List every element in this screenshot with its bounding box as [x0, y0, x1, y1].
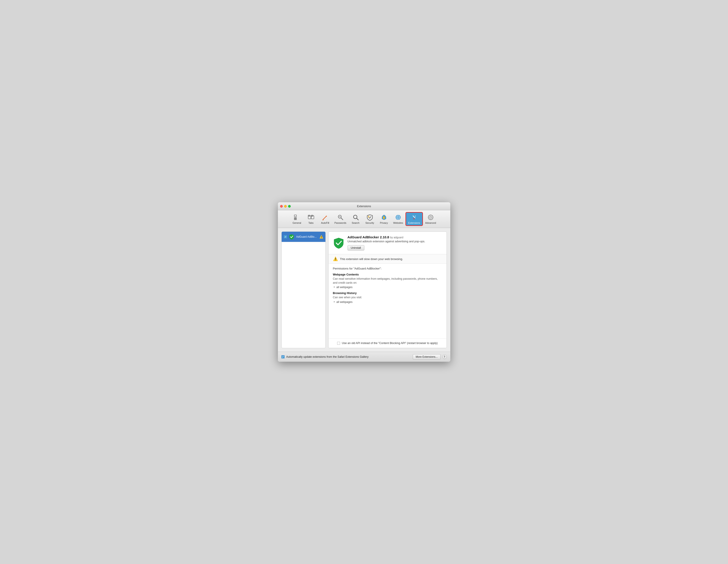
extension-name: AdGuard AdBlo... [296, 235, 318, 238]
advanced-icon [427, 214, 434, 221]
svg-line-44 [429, 218, 429, 219]
detail-header: AdGuard AdBlocker 2.10.8 by adguard Unma… [329, 232, 447, 254]
privacy-label: Privacy [380, 222, 388, 224]
search-label: Search [352, 222, 359, 224]
adguard-extension-icon [289, 234, 294, 240]
extensions-label: Extensions [408, 222, 420, 224]
permission-group-history: Browsing History Can see when you visit:… [333, 291, 442, 304]
permissions-heading: Permissions for "AdGuard AdBlocker": [333, 267, 442, 270]
toolbar-item-extensions[interactable]: Extensions [405, 212, 423, 226]
svg-text:✋: ✋ [382, 216, 386, 219]
uninstall-button[interactable]: Uninstall [348, 245, 364, 250]
passwords-label: Passwords [334, 222, 346, 224]
sidebar-warning-icon: ⚠️ [319, 235, 323, 239]
extension-enable-checkbox[interactable]: ✓ [284, 235, 287, 238]
more-extensions-button[interactable]: More Extensions... [413, 354, 440, 359]
traffic-lights [280, 205, 291, 208]
toolbar-item-tabs[interactable]: Tabs [304, 213, 318, 225]
browsing-history-desc: Can see when you visit: [333, 296, 442, 300]
svg-rect-0 [294, 215, 296, 217]
toolbar-item-search[interactable]: Search [349, 213, 363, 225]
svg-line-43 [432, 216, 432, 216]
websites-icon [395, 214, 402, 221]
svg-line-42 [432, 218, 432, 219]
warning-triangle-icon: ⚠️ [333, 256, 338, 261]
passwords-icon [337, 214, 344, 221]
toolbar-item-general[interactable]: General [290, 213, 304, 225]
svg-point-36 [430, 216, 432, 218]
extension-author: by adguard [390, 236, 403, 239]
security-icon [366, 214, 373, 221]
toolbar-item-advanced[interactable]: Advanced [423, 213, 438, 225]
svg-rect-1 [294, 218, 295, 218]
auto-update-label: Automatically update extensions from the… [286, 355, 411, 358]
warning-bar: ⚠️ This extension will slow down your we… [329, 254, 447, 264]
preferences-window: Extensions General [278, 202, 450, 362]
help-button[interactable]: ? [442, 355, 447, 359]
svg-point-14 [339, 216, 340, 217]
bottom-bar: ✓ Automatically update extensions from t… [278, 352, 450, 362]
svg-line-19 [370, 216, 371, 218]
extension-large-icon [333, 237, 344, 249]
permission-group-webpage: Webpage Contents Can read sensitive info… [333, 273, 442, 289]
advanced-label: Advanced [425, 222, 436, 224]
maximize-button[interactable] [288, 205, 291, 208]
extension-description: Unmatched adblock extension against adve… [348, 240, 442, 243]
extensions-sidebar: ✓ AdGuard AdBlo... ⚠️ [281, 231, 326, 348]
warning-message: This extension will slow down your web b… [340, 257, 403, 261]
titlebar: Extensions [278, 202, 450, 210]
main-content: ✓ AdGuard AdBlo... ⚠️ [278, 228, 450, 352]
browsing-history-item: all webpages [333, 300, 442, 304]
window-title: Extensions [357, 205, 371, 208]
autofill-label: AutoFill [321, 222, 329, 224]
svg-line-13 [341, 218, 343, 220]
search-icon [352, 214, 359, 221]
tabs-icon [308, 214, 315, 221]
tabs-label: Tabs [308, 222, 313, 224]
autofill-icon [322, 214, 329, 221]
webpage-contents-heading: Webpage Contents [333, 273, 442, 276]
extensions-icon [411, 214, 418, 221]
general-label: General [292, 222, 301, 224]
general-icon [293, 214, 300, 221]
svg-rect-3 [294, 219, 295, 220]
security-label: Security [365, 222, 374, 224]
auto-update-checkmark: ✓ [282, 356, 284, 358]
checkmark-icon: ✓ [285, 236, 286, 238]
websites-label: Websites [393, 222, 403, 224]
webpage-contents-item: all webpages [333, 286, 442, 289]
sidebar-item-adguard[interactable]: ✓ AdGuard AdBlo... ⚠️ [282, 232, 325, 242]
toolbar-item-websites[interactable]: Websites [391, 213, 405, 225]
old-api-label: Use an old API instead of the "Content B… [342, 341, 438, 345]
extension-name-text: AdGuard AdBlocker 2.10.8 [348, 235, 390, 239]
old-api-section: Use an old API instead of the "Content B… [329, 339, 447, 348]
webpage-contents-desc: Can read sensitive information from webp… [333, 277, 442, 285]
svg-rect-4 [296, 219, 296, 220]
toolbar-item-privacy[interactable]: ✋ Privacy [377, 213, 391, 225]
svg-point-15 [340, 216, 340, 217]
auto-update-checkbox[interactable]: ✓ [281, 355, 285, 358]
svg-line-9 [323, 216, 326, 220]
old-api-checkbox[interactable] [337, 342, 340, 345]
permissions-section: Permissions for "AdGuard AdBlocker": Web… [329, 264, 447, 339]
toolbar: General Tabs Au [278, 210, 450, 228]
detail-title-area: AdGuard AdBlocker 2.10.8 by adguard Unma… [348, 235, 442, 250]
privacy-icon: ✋ [380, 214, 388, 221]
svg-line-41 [429, 216, 429, 216]
close-button[interactable] [280, 205, 283, 208]
toolbar-item-passwords[interactable]: Passwords [332, 213, 349, 225]
svg-point-29 [416, 217, 417, 218]
svg-line-17 [357, 218, 358, 220]
toolbar-item-security[interactable]: Security [363, 213, 377, 225]
toolbar-item-autofill[interactable]: AutoFill [318, 213, 332, 225]
minimize-button[interactable] [284, 205, 287, 208]
svg-rect-2 [296, 218, 296, 218]
browsing-history-heading: Browsing History [333, 291, 442, 295]
extension-full-name: AdGuard AdBlocker 2.10.8 by adguard [348, 235, 442, 239]
extension-detail-panel: AdGuard AdBlocker 2.10.8 by adguard Unma… [328, 231, 447, 348]
